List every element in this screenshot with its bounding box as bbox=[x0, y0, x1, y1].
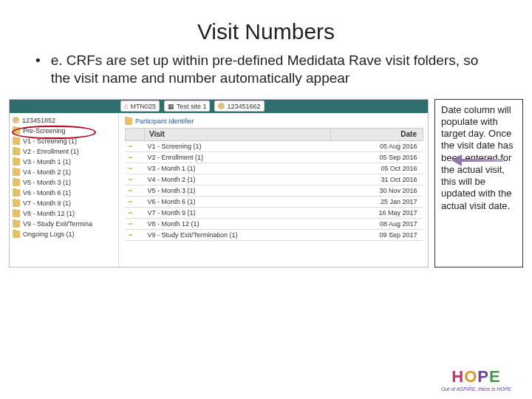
cell-date: 09 Sep 2017 bbox=[331, 229, 423, 240]
folder-icon bbox=[13, 158, 20, 166]
folder-icon bbox=[13, 220, 20, 228]
folder-icon bbox=[13, 210, 20, 217]
bullet-text: e. CRFs are set up within pre-defined Me… bbox=[51, 52, 497, 87]
col-header-visit: Visit bbox=[145, 128, 331, 140]
cell-visit: V3 - Month 1 (1) bbox=[145, 163, 331, 174]
cell-date: 25 Jan 2017 bbox=[331, 196, 423, 207]
home-icon: ⌂ bbox=[124, 103, 128, 110]
breadcrumb-site[interactable]: ▦ Test site 1 bbox=[164, 100, 211, 112]
cell-date: 16 May 2017 bbox=[331, 207, 423, 218]
folder-icon bbox=[13, 127, 20, 134]
breadcrumb-study[interactable]: ⌂ MTN025 bbox=[120, 100, 160, 112]
table-row[interactable]: V1 - Screening (1)05 Aug 2016 bbox=[126, 140, 423, 151]
site-icon: ▦ bbox=[168, 103, 174, 110]
visit-schedule-table: Visit Date V1 - Screening (1)05 Aug 2016… bbox=[125, 128, 423, 241]
cell-visit: V6 - Month 6 (1) bbox=[145, 196, 331, 207]
folder-icon bbox=[13, 189, 20, 197]
table-row[interactable]: V2 - Enrollment (1)05 Sep 2016 bbox=[126, 151, 423, 163]
table-row[interactable]: V5 - Month 3 (1)30 Nov 2016 bbox=[126, 185, 423, 196]
sidebar-item[interactable]: V7 - Month 9 (1) bbox=[10, 198, 118, 208]
folder-icon bbox=[13, 168, 20, 176]
sidebar-item[interactable]: Ongoing Logs (1) bbox=[10, 229, 118, 239]
sidebar-item[interactable]: V3 - Month 1 (1) bbox=[10, 157, 118, 167]
cell-visit: V8 - Month 12 (1) bbox=[145, 218, 331, 229]
cell-visit: V9 - Study Exit/Termination (1) bbox=[145, 229, 331, 240]
cell-date: 08 Aug 2017 bbox=[331, 218, 423, 229]
folder-icon bbox=[13, 231, 20, 238]
sidebar-subject[interactable]: 123451852 bbox=[10, 115, 118, 126]
person-icon bbox=[218, 103, 225, 109]
folder-icon bbox=[125, 117, 132, 125]
breadcrumb-bar: ⌂ MTN025 ▦ Test site 1 123451662 bbox=[10, 100, 428, 113]
rave-screenshot: ⌂ MTN025 ▦ Test site 1 123451662 1234518… bbox=[9, 99, 429, 267]
sidebar-item[interactable]: V9 - Study Exit/Termina bbox=[10, 219, 118, 229]
table-row[interactable]: V9 - Study Exit/Termination (1)09 Sep 20… bbox=[126, 229, 423, 240]
person-icon bbox=[13, 117, 19, 123]
col-header-date: Date bbox=[331, 128, 423, 140]
cell-date: 30 Nov 2016 bbox=[331, 185, 423, 196]
folder-icon bbox=[13, 200, 20, 207]
cell-visit: V7 - Month 9 (1) bbox=[145, 207, 331, 218]
cell-visit: V4 - Month 2 (1) bbox=[145, 174, 331, 185]
sidebar-item[interactable]: V4 - Month 2 (1) bbox=[10, 167, 118, 177]
table-row[interactable]: V4 - Month 2 (1)31 Oct 2016 bbox=[126, 174, 423, 185]
cell-visit: V2 - Enrollment (1) bbox=[145, 151, 331, 163]
bullet-dot: • bbox=[35, 52, 41, 87]
table-row[interactable]: V7 - Month 9 (1)16 May 2017 bbox=[126, 207, 423, 218]
cell-date: 05 Sep 2016 bbox=[331, 151, 423, 163]
folder-icon bbox=[13, 179, 20, 186]
sidebar-item[interactable]: V2 - Enrollment (1) bbox=[10, 146, 118, 157]
participant-identifier-link[interactable]: Participant Identifier bbox=[135, 117, 194, 125]
callout-note: Date column will populate with target da… bbox=[434, 99, 523, 267]
folder-icon bbox=[13, 148, 20, 155]
folder-icon bbox=[13, 137, 20, 145]
breadcrumb-subject[interactable]: 123451662 bbox=[214, 100, 264, 112]
cell-visit: V1 - Screening (1) bbox=[145, 140, 331, 151]
hope-logo: HOPE Out of ASPIRE, there is HOPE bbox=[441, 367, 511, 392]
sidebar-item[interactable]: V6 - Month 6 (1) bbox=[10, 188, 118, 198]
cell-date: 05 Oct 2016 bbox=[331, 163, 423, 174]
cell-visit: V5 - Month 3 (1) bbox=[145, 185, 331, 196]
sidebar-item[interactable]: V1 - Screening (1) bbox=[10, 136, 118, 146]
table-row[interactable]: V3 - Month 1 (1)05 Oct 2016 bbox=[126, 163, 423, 174]
bullet-item: • e. CRFs are set up within pre-defined … bbox=[35, 52, 497, 87]
sidebar-item[interactable]: V5 - Month 3 (1) bbox=[10, 177, 118, 188]
slide-title: Visit Numbers bbox=[0, 0, 532, 52]
sidebar-item[interactable]: Pre-Screening bbox=[10, 126, 118, 136]
cell-date: 05 Aug 2016 bbox=[331, 140, 423, 151]
visit-tree-sidebar: 123451852 Pre-ScreeningV1 - Screening (1… bbox=[10, 113, 119, 267]
cell-date: 31 Oct 2016 bbox=[331, 174, 423, 185]
table-row[interactable]: V6 - Month 6 (1)25 Jan 2017 bbox=[126, 196, 423, 207]
sidebar-item[interactable]: V8 - Month 12 (1) bbox=[10, 208, 118, 219]
main-panel: Participant Identifier Visit Date V1 - S… bbox=[119, 113, 428, 267]
table-row[interactable]: V8 - Month 12 (1)08 Aug 2017 bbox=[126, 218, 423, 229]
